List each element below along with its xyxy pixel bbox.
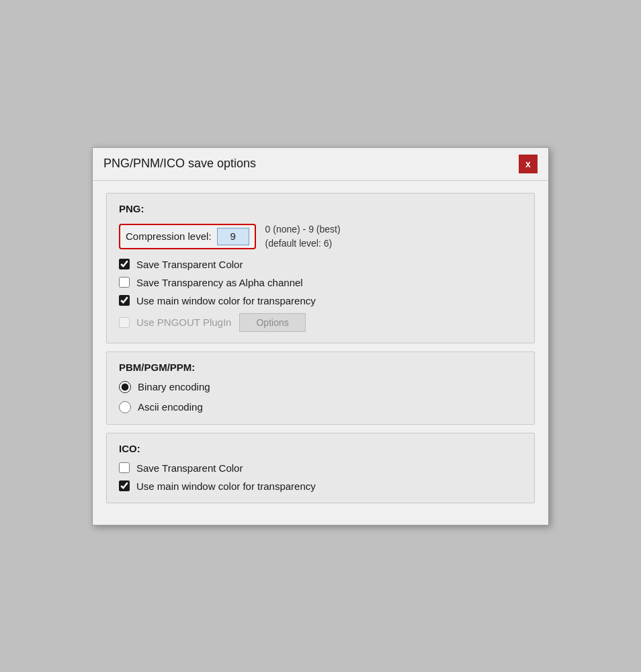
compression-highlight: Compression level:: [119, 224, 256, 249]
pngout-row: Use PNGOUT PlugIn Options: [119, 313, 522, 332]
ico-save-transparent-color-label: Save Transparent Color: [136, 462, 243, 474]
binary-encoding-radio[interactable]: [119, 381, 131, 393]
save-transparent-color-checkbox[interactable]: [119, 259, 130, 269]
pbm-section: PBM/PGM/PPM: Binary encoding Ascii encod…: [106, 351, 535, 425]
checkbox-row-save-transparency-alpha: Save Transparency as Alpha channel: [119, 277, 522, 288]
ascii-encoding-radio[interactable]: [119, 401, 131, 413]
dialog-window: PNG/PNM/ICO save options x PNG: Compress…: [92, 147, 549, 526]
ico-use-main-window-color-checkbox[interactable]: [119, 480, 130, 491]
compression-hint-line1: 0 (none) - 9 (best): [265, 222, 341, 237]
pngout-options-button[interactable]: Options: [239, 313, 305, 332]
use-main-window-color-png-label: Use main window color for transparency: [136, 295, 316, 306]
title-bar: PNG/PNM/ICO save options x: [93, 148, 548, 181]
checkbox-row-ico-use-main-window-color: Use main window color for transparency: [119, 480, 522, 492]
dialog-content: PNG: Compression level: 0 (none) - 9 (be…: [93, 181, 548, 525]
ico-section: ICO: Save Transparent Color Use main win…: [106, 433, 535, 503]
radio-row-ascii-encoding: Ascii encoding: [119, 401, 522, 413]
compression-label: Compression level:: [126, 230, 212, 242]
pbm-section-label: PBM/PGM/PPM:: [119, 362, 522, 373]
save-transparency-alpha-label: Save Transparency as Alpha channel: [136, 277, 303, 288]
use-main-window-color-png-checkbox[interactable]: [119, 295, 130, 306]
ico-use-main-window-color-label: Use main window color for transparency: [136, 480, 316, 492]
use-pngout-plugin-checkbox[interactable]: [119, 317, 130, 328]
use-pngout-plugin-label: Use PNGOUT PlugIn: [136, 317, 231, 328]
compression-hint: 0 (none) - 9 (best) (default level: 6): [265, 222, 341, 251]
png-section-label: PNG:: [119, 203, 522, 214]
ico-save-transparent-color-checkbox[interactable]: [119, 462, 130, 473]
compression-row: Compression level: 0 (none) - 9 (best) (…: [119, 222, 522, 251]
png-section: PNG: Compression level: 0 (none) - 9 (be…: [106, 193, 535, 343]
radio-row-binary-encoding: Binary encoding: [119, 381, 522, 393]
compression-hint-line2: (default level: 6): [265, 237, 341, 251]
ico-section-label: ICO:: [119, 443, 522, 454]
compression-input[interactable]: [217, 228, 249, 245]
checkbox-row-use-main-window-color-png: Use main window color for transparency: [119, 295, 522, 306]
checkbox-row-save-transparent-color: Save Transparent Color: [119, 259, 522, 270]
save-transparency-alpha-checkbox[interactable]: [119, 277, 130, 288]
checkbox-row-ico-save-transparent-color: Save Transparent Color: [119, 462, 522, 474]
close-button[interactable]: x: [519, 155, 538, 173]
ascii-encoding-label: Ascii encoding: [138, 401, 203, 413]
dialog-title: PNG/PNM/ICO save options: [103, 157, 256, 171]
save-transparent-color-label: Save Transparent Color: [136, 259, 243, 270]
binary-encoding-label: Binary encoding: [138, 381, 210, 392]
